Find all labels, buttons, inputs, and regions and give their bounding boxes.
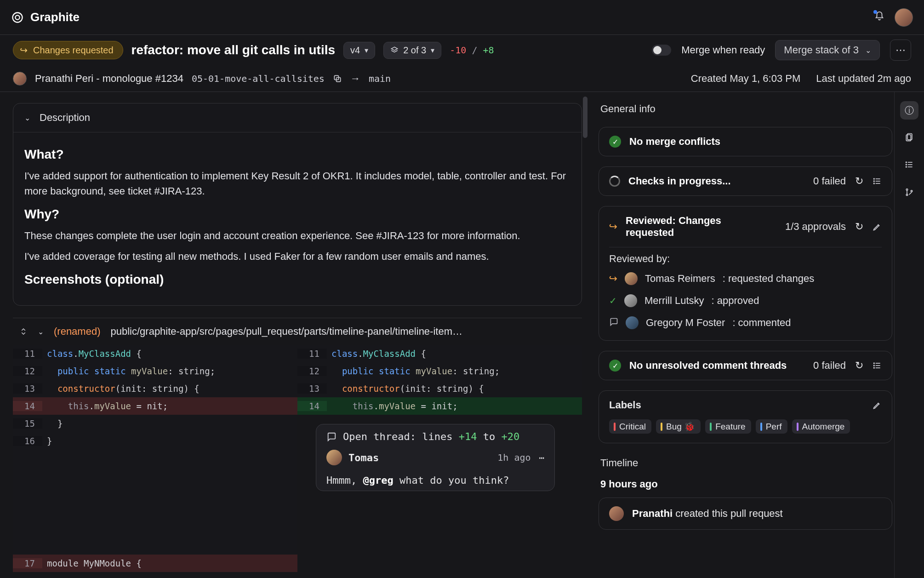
checks-label: Checks in progress... bbox=[628, 175, 731, 187]
svg-point-7 bbox=[874, 178, 875, 179]
spinner-icon bbox=[609, 176, 620, 187]
diff-row[interactable]: 13 constructor(init: string) { bbox=[13, 380, 297, 397]
label-color-bar bbox=[710, 423, 712, 431]
diff-row[interactable]: 11class.MyClassAdd { bbox=[297, 345, 582, 362]
line-number: 14 bbox=[13, 401, 42, 411]
diff-row[interactable] bbox=[13, 537, 297, 555]
diff-row[interactable]: 15 } bbox=[13, 415, 297, 432]
diff-row[interactable] bbox=[13, 467, 297, 485]
rail-info-button[interactable]: ⓘ bbox=[900, 101, 918, 120]
refresh-icon[interactable]: ↻ bbox=[855, 360, 863, 372]
reviewed-label: Reviewed: Changes requested bbox=[626, 215, 745, 239]
label-chip[interactable]: Critical bbox=[609, 419, 651, 434]
diff-row[interactable]: 14 this.myValue = init; bbox=[297, 397, 582, 415]
description-header[interactable]: ⌄ Description bbox=[13, 103, 582, 132]
scrollbar[interactable] bbox=[583, 97, 587, 563]
chat-icon bbox=[326, 432, 337, 442]
user-avatar[interactable] bbox=[895, 8, 913, 27]
diff-row[interactable]: 14 this.myValue = nit; bbox=[13, 397, 297, 415]
pr-title: refactor: move all git calls in utils bbox=[131, 43, 335, 57]
diff-sep: / bbox=[472, 45, 477, 56]
merge-ready-label: Merge when ready bbox=[681, 44, 765, 56]
renamed-tag: (renamed) bbox=[54, 326, 100, 338]
rail-list-button[interactable] bbox=[900, 156, 918, 175]
reviewer-name: Tomas Reimers bbox=[645, 273, 715, 285]
diff-row[interactable] bbox=[13, 520, 297, 537]
merge-stack-button[interactable]: Merge stack of 3 ⌄ bbox=[775, 40, 880, 60]
pr-header: ↩ Changes requested refactor: move all g… bbox=[0, 35, 924, 65]
diff-left: 11class.MyClassAdd {12 public static myV… bbox=[13, 345, 297, 572]
author-avatar[interactable] bbox=[13, 72, 27, 86]
branch-name: 05-01-move-all-callsites bbox=[192, 73, 325, 84]
reviewer-row[interactable]: ✓Merrill Lutsky: approved bbox=[599, 290, 892, 312]
ellipsis-icon[interactable]: ⋯ bbox=[539, 452, 544, 463]
thread-time: 1h ago bbox=[497, 452, 530, 463]
merge-conflicts-panel: ✓ No merge conflicts bbox=[599, 127, 892, 156]
label-text: Feature bbox=[715, 422, 745, 432]
expand-vertical-icon[interactable] bbox=[19, 327, 28, 336]
desc-h-screens: Screenshots (optional) bbox=[24, 272, 570, 287]
diff-row[interactable]: 16} bbox=[13, 432, 297, 450]
refresh-icon[interactable]: ↻ bbox=[855, 175, 863, 187]
refresh-icon[interactable]: ↻ bbox=[855, 221, 863, 233]
merge-conflicts-label: No merge conflicts bbox=[629, 136, 720, 148]
edit-icon[interactable] bbox=[873, 222, 882, 231]
timeline-actor: Pranathi bbox=[632, 508, 673, 519]
diff-row[interactable]: 12 public static myValue: string; bbox=[13, 362, 297, 380]
side-title: General info bbox=[599, 103, 892, 127]
rail-branch-button[interactable] bbox=[900, 184, 918, 202]
copy-icon[interactable] bbox=[333, 74, 342, 83]
code-cell: } bbox=[42, 418, 297, 429]
reviewer-suffix: : commented bbox=[732, 317, 791, 329]
label-chip[interactable]: Bug 🐞 bbox=[656, 419, 701, 434]
label-color-bar bbox=[797, 423, 799, 431]
check-circle-icon: ✓ bbox=[609, 136, 621, 148]
diff-row[interactable]: 12 public static myValue: string; bbox=[297, 362, 582, 380]
reviewer-row[interactable]: Gregory M Foster: commented bbox=[599, 312, 892, 334]
label-chip[interactable]: Automerge bbox=[792, 419, 850, 434]
main-column: ⌄ Description What? I've added support f… bbox=[0, 92, 588, 578]
description-body: What? I've added support for authenticat… bbox=[13, 132, 582, 305]
svg-point-24 bbox=[906, 189, 907, 190]
svg-point-25 bbox=[906, 194, 907, 195]
line-number: 12 bbox=[297, 366, 327, 376]
stack-position-label: 2 of 3 bbox=[403, 45, 426, 56]
line-number: 13 bbox=[13, 383, 42, 394]
label-text: Perf bbox=[766, 422, 782, 432]
diff-row[interactable] bbox=[13, 485, 297, 502]
diff-grid: 11class.MyClassAdd {12 public static myV… bbox=[13, 345, 582, 572]
notifications-icon[interactable] bbox=[874, 11, 884, 23]
list-icon[interactable] bbox=[873, 361, 882, 370]
reviewer-name: Gregory M Foster bbox=[646, 317, 725, 329]
diff-file-header[interactable]: ⌄ (renamed) public/graphite-app/src/page… bbox=[13, 318, 582, 345]
merge-ready-toggle[interactable] bbox=[652, 45, 671, 56]
list-icon[interactable] bbox=[873, 177, 882, 186]
svg-point-0 bbox=[13, 12, 23, 22]
comment-icon bbox=[609, 317, 618, 329]
diff-file: ⌄ (renamed) public/graphite-app/src/page… bbox=[13, 318, 582, 572]
stack-position-select[interactable]: 2 of 3 ▾ bbox=[383, 42, 441, 59]
reviewed-by-label: Reviewed by: bbox=[599, 247, 892, 268]
chevron-down-icon[interactable]: ⌄ bbox=[38, 327, 44, 336]
diff-row[interactable] bbox=[13, 450, 297, 467]
diff-row[interactable]: 11class.MyClassAdd { bbox=[13, 345, 297, 362]
more-actions-button[interactable]: ⋯ bbox=[890, 40, 911, 61]
diff-row[interactable]: 13 constructor(init: string) { bbox=[297, 380, 582, 397]
comment-thread[interactable]: Open thread: lines +14 to +20Tomas1h ago… bbox=[316, 424, 555, 491]
rail-files-button[interactable] bbox=[900, 129, 918, 147]
label-chip[interactable]: Feature bbox=[705, 419, 751, 434]
version-select[interactable]: v4 ▾ bbox=[343, 42, 375, 59]
edit-icon[interactable] bbox=[873, 401, 882, 410]
diff-row[interactable]: 17module MyNModule { bbox=[13, 555, 297, 572]
timeline-item[interactable]: Pranathi created this pull request bbox=[599, 498, 892, 530]
line-number: 12 bbox=[13, 366, 42, 376]
review-panel: ↩ Reviewed: Changes requested 1/3 approv… bbox=[599, 206, 892, 341]
brand[interactable]: Graphite bbox=[11, 10, 80, 24]
code-cell: constructor(init: string) { bbox=[42, 383, 297, 394]
reviewer-row[interactable]: ↩Tomas Reimers: requested changes bbox=[599, 268, 892, 290]
ellipsis-icon: ⋯ bbox=[895, 44, 906, 56]
status-pill[interactable]: ↩ Changes requested bbox=[13, 41, 123, 59]
label-chip[interactable]: Perf bbox=[756, 419, 787, 434]
diff-row[interactable] bbox=[13, 502, 297, 520]
diff-add: +8 bbox=[483, 45, 494, 56]
